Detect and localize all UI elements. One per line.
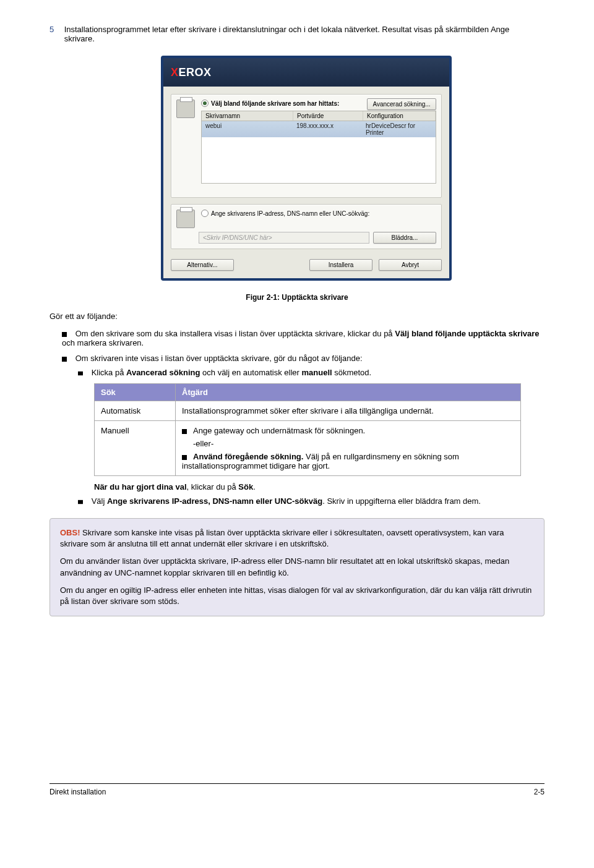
sub1a: Klicka på	[92, 368, 126, 377]
after-table: När du har gjort dina val, klickar du på…	[94, 482, 544, 491]
dialog-screenshot: XEROX Välj bland följande skrivare som h…	[161, 56, 452, 281]
list-row[interactable]: webui 198.xxx.xxx.x hrDeviceDescr for Pr…	[202, 121, 436, 137]
col-name[interactable]: Skrivarnamn	[202, 111, 293, 121]
cancel-button[interactable]: Avbryt	[379, 259, 442, 271]
radio-enter-ip[interactable]: Ange skrivarens IP-adress, DNS-namn elle…	[201, 210, 436, 217]
radio-unchecked-icon	[201, 210, 209, 217]
b1a: Om den skrivare som du ska installera vi…	[75, 329, 395, 338]
square-bullet-icon	[62, 332, 67, 337]
td-auto-desc: Installationsprogrammet söker efter skri…	[176, 401, 521, 421]
sub-item-2: Välj Ange skrivarens IP-adress, DNS-namn…	[78, 496, 544, 506]
obs-note: OBS! Skrivare som kanske inte visas på l…	[50, 518, 544, 616]
square-bullet-icon	[62, 357, 67, 362]
search-table: Sök Åtgärd Automatisk Installationsprogr…	[94, 383, 521, 476]
dialog-header: XEROX	[163, 58, 449, 87]
b1c: och markera skrivaren.	[62, 338, 144, 347]
row-name: webui	[202, 121, 293, 137]
footer-right: 2-5	[534, 788, 544, 796]
ata: När du har gjort dina val	[94, 482, 187, 491]
atd: .	[253, 482, 256, 491]
radio-checked-icon	[201, 100, 209, 107]
square-bullet-icon	[182, 455, 187, 460]
th-search: Sök	[95, 384, 176, 401]
figure-caption: Figur 2-1: Upptäckta skrivare	[50, 293, 544, 302]
col-port[interactable]: Portvärde	[293, 111, 363, 121]
obs-label: OBS!	[60, 528, 80, 537]
sub2c: . Skriv in uppgifterna eller bläddra fra…	[322, 496, 481, 506]
td-manual-desc: Ange gateway och undernätmask för söknin…	[176, 421, 521, 476]
obs-p3: Om du anger en ogiltig IP-adress eller e…	[60, 585, 534, 607]
list-header: Skrivarnamn Portvärde Konfiguration	[201, 111, 436, 121]
sub1b: Avancerad sökning	[126, 368, 200, 377]
square-bullet-icon	[182, 429, 187, 434]
r2c2-item1: Ange gateway och undernätmask för söknin…	[193, 426, 365, 435]
atb: , klickar du på	[187, 482, 239, 491]
step-5: 5 Installationsprogrammet letar efter sk…	[50, 25, 544, 43]
page-footer: Direkt installation 2-5	[50, 783, 544, 796]
sub2a: Välj	[92, 496, 107, 506]
options-button[interactable]: Alternativ...	[171, 259, 234, 271]
td-auto: Automatisk	[95, 401, 176, 421]
bullet-item-1: Om den skrivare som du ska installera vi…	[62, 329, 544, 347]
diamond-bullet-icon	[78, 371, 83, 375]
obs-p2: Om du använder listan över upptäckta skr…	[60, 556, 534, 578]
atc: Sök	[238, 482, 253, 491]
xerox-logo: XEROX	[171, 66, 212, 79]
sub1c: och välj en automatisk eller	[200, 368, 301, 377]
footer-left: Direkt installation	[50, 788, 106, 796]
col-config[interactable]: Konfiguration	[363, 111, 436, 121]
sub1e: sökmetod.	[332, 368, 372, 377]
printer-icon	[176, 100, 195, 118]
sub2b: Ange skrivarens IP-adress, DNS-namn elle…	[107, 496, 322, 506]
step-text: Installationsprogrammet letar efter skri…	[64, 25, 522, 43]
th-action: Åtgärd	[176, 384, 521, 401]
advanced-search-button[interactable]: Avancerad sökning...	[367, 98, 436, 110]
row-config: hrDeviceDescr for Printer	[362, 121, 436, 137]
printer-icon	[176, 210, 195, 228]
r2c2-or: -eller-	[193, 439, 514, 448]
row-port: 198.xxx.xxx.x	[293, 121, 362, 137]
radio1-label: Välj bland följande skrivare som har hit…	[211, 100, 339, 107]
sub-item-1: Klicka på Avancerad sökning och välj en …	[78, 368, 544, 491]
ip-input[interactable]: <Skriv IP/DNS/UNC här>	[199, 232, 369, 244]
r2c2-item2a: Använd föregående sökning.	[193, 452, 303, 461]
b2: Om skrivaren inte visas i listan över up…	[75, 354, 363, 363]
bullet-item-2: Om skrivaren inte visas i listan över up…	[62, 354, 544, 506]
install-button[interactable]: Installera	[309, 259, 372, 271]
printer-list[interactable]: webui 198.xxx.xxx.x hrDeviceDescr for Pr…	[201, 121, 436, 184]
diamond-bullet-icon	[78, 500, 83, 503]
obs-p1: Skrivare som kanske inte visas på listan…	[60, 528, 504, 548]
browse-button[interactable]: Bläddra...	[373, 232, 436, 244]
step-number: 5	[50, 25, 62, 34]
b1b: Välj bland följande upptäckta skrivare	[395, 329, 539, 338]
sub1d: manuell	[301, 368, 332, 377]
gor-ett: Gör ett av följande:	[50, 312, 544, 321]
radio2-label: Ange skrivarens IP-adress, DNS-namn elle…	[211, 210, 369, 217]
td-manual: Manuell	[95, 421, 176, 476]
